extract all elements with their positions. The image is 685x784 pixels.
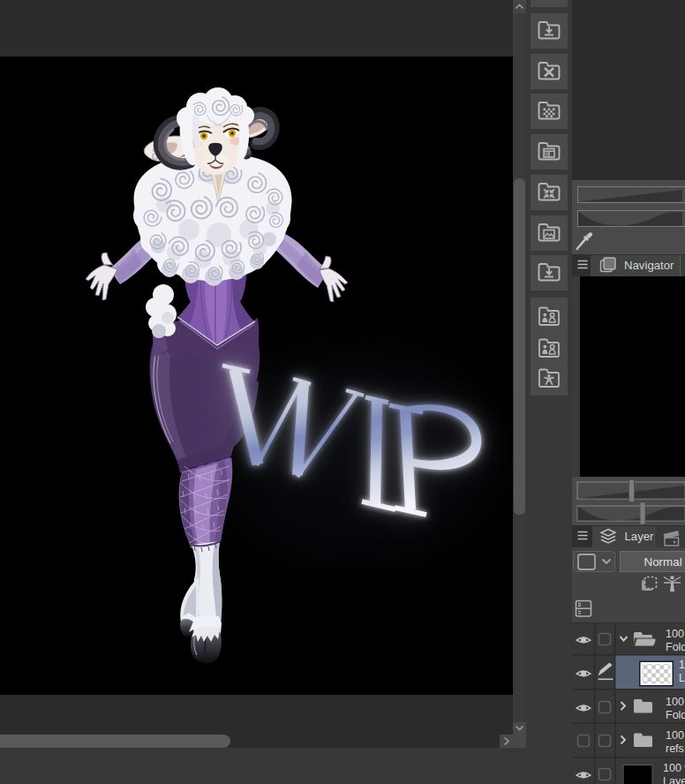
svg-text:Normal: Normal [644, 555, 682, 569]
svg-text:100 %: 100 % [666, 729, 685, 742]
svg-text:Layer 3: Layer 3 [663, 775, 685, 784]
svg-text:100 %: 100 % [666, 696, 685, 708]
svg-text:Folder 7: Folder 7 [666, 641, 685, 653]
svg-text:refs: refs [666, 743, 684, 755]
svg-text:100 %: 100 % [679, 659, 685, 671]
svg-text:100 %: 100 % [663, 762, 685, 774]
svg-text:Folder 6: Folder 6 [666, 709, 685, 721]
svg-text:100 %: 100 % [666, 628, 685, 640]
svg-text:Navigator: Navigator [624, 259, 674, 272]
svg-text:Layer 72: Layer 72 [679, 672, 685, 684]
svg-text:Layer: Layer [625, 530, 655, 543]
